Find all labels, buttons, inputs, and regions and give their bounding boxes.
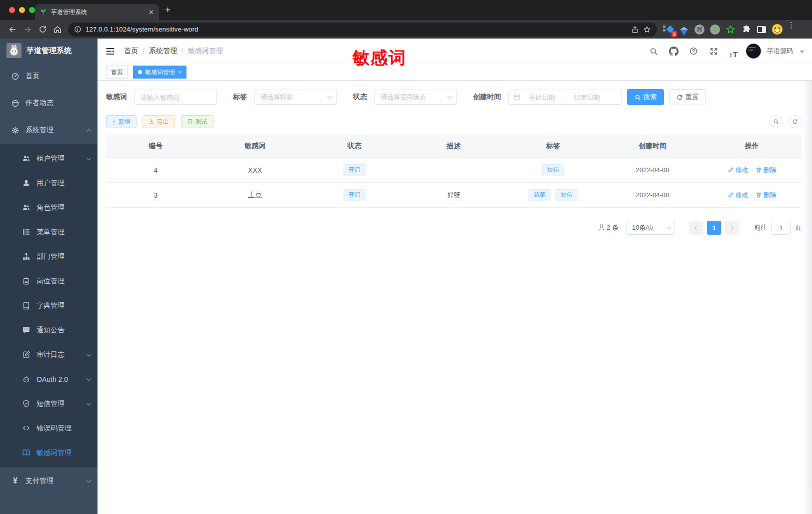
search-button[interactable]: 搜索 — [627, 89, 664, 105]
refresh-table-icon[interactable] — [788, 115, 802, 128]
delete-link[interactable]: 删除 — [756, 166, 776, 175]
reload-icon[interactable] — [35, 22, 50, 37]
sidebar-item-post[interactable]: 岗位管理 — [0, 269, 98, 293]
delete-link[interactable]: 删除 — [756, 191, 776, 200]
sidebar-item-audit-log[interactable]: 审计日志 — [0, 342, 98, 367]
extension-gem-icon[interactable] — [678, 24, 690, 35]
app-logo-row[interactable]: 芋道管理系统 — [0, 39, 98, 63]
export-button[interactable]: 导出 — [142, 115, 175, 128]
extensions-puzzle-icon[interactable] — [740, 24, 752, 35]
browser-tab[interactable]: 芋道管理系统 ✕ — [35, 4, 159, 20]
end-date-input[interactable] — [568, 94, 606, 101]
scrollbar-track[interactable] — [803, 81, 812, 514]
side-panel-icon[interactable] — [756, 24, 767, 35]
tab-home[interactable]: 首页 — [106, 66, 128, 79]
tab-close-icon[interactable]: × — [178, 69, 182, 75]
window-zoom-button[interactable] — [29, 7, 35, 13]
browser-menu-icon[interactable]: ⋮​ — [788, 21, 795, 38]
keyword-input[interactable] — [134, 90, 217, 105]
prev-page-button[interactable] — [689, 221, 703, 235]
reset-button-label: 重置 — [686, 93, 698, 102]
font-size-icon[interactable]: TT — [726, 44, 741, 59]
sidebar-item-payment[interactable]: ¥ 支付管理 — [0, 467, 98, 494]
toggle-search-icon[interactable] — [770, 115, 782, 128]
search-button-label: 搜索 — [644, 93, 656, 102]
extension-badge: 9 — [672, 31, 677, 37]
tenant-users-icon — [22, 154, 30, 163]
window-minimize-button[interactable] — [19, 7, 25, 13]
sidebar-item-role[interactable]: 角色管理 — [0, 195, 98, 220]
sidebar-item-oauth[interactable]: OAuth 2.0 — [0, 367, 98, 391]
sidebar-item-author-news[interactable]: 作者动态 — [0, 90, 98, 117]
address-bar[interactable]: 127.0.0.1:1024/system/sensitive-word — [68, 23, 657, 37]
sidebar-item-home[interactable]: 首页 — [0, 63, 98, 90]
home-icon[interactable] — [50, 22, 65, 37]
table-toolbar: + 新增 导出 测试 — [106, 115, 802, 128]
status-badge: 开启 — [344, 164, 366, 176]
tab-close-icon[interactable]: ✕ — [148, 9, 154, 16]
cell-tags: 短信 — [504, 158, 603, 182]
next-page-button[interactable] — [725, 221, 739, 235]
sidebar-item-sms[interactable]: 短信管理 — [0, 391, 98, 416]
github-icon[interactable] — [666, 44, 681, 59]
extension-command-icon[interactable]: ⌘ — [694, 24, 705, 35]
collapse-sidebar-icon[interactable] — [106, 47, 115, 56]
sidebar-item-label: 通知公告 — [36, 326, 64, 335]
reset-button[interactable]: 重置 — [669, 89, 706, 105]
sidebar-item-label: 首页 — [26, 72, 40, 81]
back-icon[interactable] — [5, 22, 20, 37]
sidebar-item-error-code[interactable]: 错误码管理 — [0, 416, 98, 440]
profile-emoji-icon[interactable] — [772, 24, 782, 35]
search-icon[interactable] — [646, 44, 661, 59]
status-select[interactable]: 请选择启用状态 — [374, 90, 457, 105]
delete-link-label: 删除 — [764, 166, 776, 175]
url-text[interactable]: 127.0.0.1:1024/system/sensitive-word — [86, 26, 627, 33]
sidebar-item-sensitive-word[interactable]: 敏感词管理 — [0, 440, 98, 465]
breadcrumb-home[interactable]: 首页 — [124, 47, 138, 56]
share-icon[interactable] — [631, 26, 639, 34]
avatar[interactable] — [746, 44, 761, 59]
sidebar-item-tenant[interactable]: 租户管理 — [0, 146, 98, 171]
filter-label: 敏感词 — [106, 93, 127, 102]
sidebar-item-menu-manage[interactable]: 菜单管理 — [0, 220, 98, 244]
new-tab-icon[interactable]: + — [165, 5, 170, 15]
sidebar-item-dict[interactable]: 字典管理 — [0, 293, 98, 318]
sidebar-item-dept[interactable]: 部门管理 — [0, 244, 98, 269]
bookmark-star-icon[interactable] — [643, 26, 651, 34]
current-page-button[interactable]: 1 — [707, 221, 721, 235]
extension-blue-diamond-icon[interactable]: 9 — [663, 24, 674, 35]
site-info-icon[interactable] — [74, 26, 82, 33]
cell-id: 4 — [106, 158, 206, 182]
sensitive-word-book-icon — [22, 448, 30, 457]
extension-record-icon[interactable] — [710, 24, 720, 35]
breadcrumb-system[interactable]: 系统管理 — [149, 47, 177, 56]
edit-link[interactable]: 修改 — [728, 191, 748, 200]
sidebar-item-label: 部门管理 — [36, 252, 64, 261]
chevron-down-icon[interactable] — [800, 51, 804, 53]
page-size-select[interactable]: 10条/页 — [626, 221, 675, 235]
breadcrumb-separator: / — [182, 47, 184, 55]
window-controls[interactable] — [9, 7, 35, 13]
window-close-button[interactable] — [9, 7, 15, 13]
edit-link[interactable]: 修改 — [728, 166, 748, 175]
sidebar-item-notice[interactable]: 通知公告 — [0, 318, 98, 342]
date-separator: - — [564, 94, 566, 101]
forward-icon[interactable] — [20, 22, 35, 37]
browser-tab-title: 芋道管理系统 — [51, 8, 144, 17]
cell-status: 开启 — [304, 183, 404, 207]
date-range-picker[interactable]: - — [508, 90, 622, 105]
sidebar-item-user[interactable]: 用户管理 — [0, 171, 98, 195]
tab-sensitive-word[interactable]: 敏感词管理 × — [133, 66, 186, 79]
tag-select[interactable]: 请选择标签 — [254, 90, 337, 105]
filter-status: 状态 请选择启用状态 — [353, 90, 457, 105]
help-icon[interactable] — [686, 44, 701, 59]
add-button[interactable]: + 新增 — [106, 115, 136, 128]
user-name[interactable]: 芋道源码 — [767, 47, 793, 56]
goto-page-input[interactable] — [771, 221, 791, 235]
test-button[interactable]: 测试 — [181, 115, 214, 128]
red-annotation-text: 敏感词 — [352, 47, 406, 70]
fullscreen-icon[interactable] — [706, 44, 721, 59]
extension-green-star-icon[interactable] — [725, 24, 736, 35]
sidebar-item-system[interactable]: 系统管理 — [0, 117, 98, 144]
start-date-input[interactable] — [524, 94, 560, 101]
